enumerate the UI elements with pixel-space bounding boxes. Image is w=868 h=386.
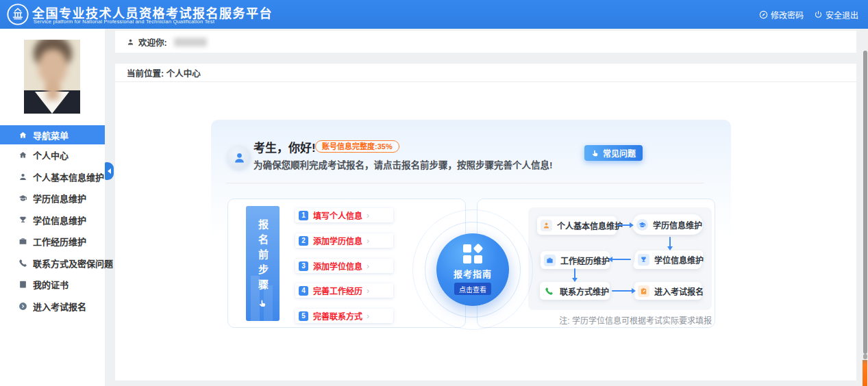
step-number-badge: 4 <box>299 286 308 296</box>
chevron-right-icon <box>367 262 369 270</box>
change-password-button[interactable]: 修改密码 <box>759 9 804 21</box>
flow-diagram-panel: 个人基本信息维护 学历信息维护 学位信息维护 工作经历维护 联系方式维护 进入考… <box>477 198 715 328</box>
welcome-bar: 欢迎你: <box>115 31 856 53</box>
greeting-title: 考生，你好! <box>253 138 316 155</box>
flow-node-enter-registration[interactable]: 进入考试报名 <box>634 282 702 300</box>
step-number-badge: 2 <box>299 236 308 246</box>
flow-arrow <box>612 259 631 260</box>
flow-node-contact[interactable]: 联系方式维护 <box>540 282 610 300</box>
flow-node-work-experience[interactable]: 工作经历维护 <box>541 251 610 269</box>
clipboard-icon <box>638 285 649 297</box>
steps-banner: 报名前步骤 <box>246 206 280 321</box>
logout-button[interactable]: 安全退出 <box>814 9 858 21</box>
breadcrumb-label: 当前位置: 个人中心 <box>127 66 201 79</box>
instruction-text: 为确保您顺利完成考试报名，请点击报名前步骤，按照步骤完善个人信息! <box>253 157 553 171</box>
divider <box>226 183 704 183</box>
flow-node-degree[interactable]: 学位信息维护 <box>633 250 704 269</box>
candidate-photo <box>24 40 80 114</box>
step-number-badge: 5 <box>299 311 308 321</box>
sidebar-item-contact-security[interactable]: 联系方式及密保问题 <box>0 253 105 274</box>
flow-node-education[interactable]: 学历信息维护 <box>632 214 703 235</box>
sidebar-item-personal-center[interactable]: 个人中心 <box>0 144 105 166</box>
header-actions: 修改密码 安全退出 <box>759 0 858 29</box>
briefcase-icon <box>18 237 27 246</box>
personal-center-card: 考生，你好! 账号信息完整度:35% 为确保您顺利完成考试报名，请点击报名前步骤… <box>211 120 731 352</box>
platform-logo-icon <box>6 3 29 26</box>
welcome-label: 欢迎你: <box>138 36 167 49</box>
step-add-degree[interactable]: 3 添加学位信息 <box>295 259 393 273</box>
flow-node-basic-info[interactable]: 个人基本信息维护 <box>537 216 617 235</box>
sidebar-item-education-info[interactable]: 学历信息维护 <box>0 188 105 209</box>
avatar <box>227 146 251 169</box>
completeness-badge: 账号信息完整度:35% <box>315 140 399 153</box>
step-number-badge: 3 <box>299 261 308 271</box>
sidebar-nav-list: 个人中心 个人基本信息维护 学历信息维护 学位信息维护 工作经历维护 联系方式及… <box>0 144 105 317</box>
power-icon <box>814 10 823 19</box>
app-header: 全国专业技术人员资格考试报名服务平台 Service platform for … <box>0 0 868 29</box>
chevron-right-icon <box>367 287 369 295</box>
sidebar-nav-header: 导航菜单 <box>0 125 105 144</box>
sidebar-item-my-certificates[interactable]: 我的证书 <box>0 274 105 296</box>
flow-note: 注: 学历学位信息可根据考试实际要求填报 <box>478 314 712 326</box>
step-complete-contact[interactable]: 5 完善联系方式 <box>295 309 393 323</box>
pointing-hand-icon <box>258 299 267 308</box>
degree-trophy-icon <box>638 254 649 266</box>
step-add-education[interactable]: 2 添加学历信息 <box>295 233 393 248</box>
flow-arrow <box>574 268 575 279</box>
user-icon <box>541 220 552 231</box>
sidebar: 导航菜单 个人中心 个人基本信息维护 学历信息维护 学位信息维护 工作经历维护 <box>0 29 105 386</box>
sidebar-item-work-experience[interactable]: 工作经历维护 <box>0 231 105 253</box>
chevron-right-icon <box>367 237 369 245</box>
user-icon <box>127 38 134 46</box>
certificate-icon <box>18 280 27 289</box>
enter-arrow-icon <box>18 302 27 311</box>
briefcase-icon <box>544 255 556 266</box>
step-number-badge: 1 <box>299 211 308 220</box>
pre-registration-steps-panel: 报名前步骤 1 填写个人信息 2 添加学历信息 3 添加学位信息 4 完善工作经… <box>227 198 466 328</box>
sidebar-item-enter-registration[interactable]: 进入考试报名 <box>0 296 105 318</box>
home-icon <box>18 151 27 159</box>
steps-banner-label: 报名前步骤 <box>256 219 270 294</box>
exam-guide-button[interactable]: 报考指南 点击查看 <box>436 233 509 306</box>
redacted-username <box>174 38 207 47</box>
scrollbar-thumb-end <box>863 354 867 359</box>
chevron-right-icon <box>367 312 369 320</box>
graduation-cap-icon <box>18 194 27 203</box>
grid-squares-icon <box>463 244 482 263</box>
sidebar-item-degree-info[interactable]: 学位信息维护 <box>0 209 105 231</box>
orange-scroll-marker <box>863 360 867 386</box>
pointing-hand-icon <box>591 149 599 157</box>
edit-circle-icon <box>759 10 768 19</box>
phone-icon <box>543 285 555 297</box>
sidebar-item-basic-info[interactable]: 个人基本信息维护 <box>0 166 105 188</box>
step-complete-work[interactable]: 4 完善工作经历 <box>295 283 393 298</box>
click-to-view-badge: 点击查看 <box>454 283 491 295</box>
platform-subtitle: Service platform for National Profession… <box>34 18 214 25</box>
flow-arrow <box>617 224 630 226</box>
exam-registration-portal: 全国专业技术人员资格考试报名服务平台 Service platform for … <box>0 0 868 386</box>
flow-arrow <box>612 290 632 292</box>
sidebar-collapse-toggle[interactable] <box>105 162 114 180</box>
breadcrumb: 当前位置: 个人中心 <box>115 64 856 82</box>
scrollbar-thumb[interactable] <box>863 51 867 354</box>
step-fill-personal-info[interactable]: 1 填写个人信息 <box>295 208 393 222</box>
degree-trophy-icon <box>18 216 27 224</box>
faq-button[interactable]: 常见问题 <box>584 145 643 161</box>
menu-home-icon <box>18 131 27 140</box>
user-icon <box>18 172 27 181</box>
chevron-right-icon <box>367 211 369 220</box>
flow-arrow <box>669 237 671 247</box>
graduation-cap-icon <box>636 219 648 231</box>
phone-icon <box>18 259 27 268</box>
